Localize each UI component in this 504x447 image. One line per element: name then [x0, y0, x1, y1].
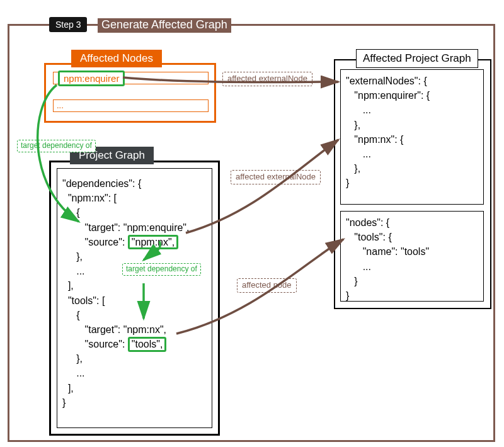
external-nodes-code: "externalNodes": { "npm:enquirer": { ...…: [340, 69, 484, 205]
highlight-tools: "tools",: [128, 337, 167, 352]
step-badge: Step 3: [49, 17, 87, 32]
affected-nodes-row: ...: [53, 99, 209, 112]
project-graph-panel: Project Graph "dependencies": { "npm:nx"…: [49, 161, 220, 436]
nodes-code: "nodes": { "tools": { "name": "tools" ..…: [340, 211, 484, 302]
affected-nodes-panel: Affected Nodes npm:enquirer ...: [44, 63, 216, 123]
affected-nodes-header: Affected Nodes: [71, 50, 162, 67]
highlight-npm-nx: "npm:nx",: [128, 235, 178, 250]
label-target-dependency: target dependency of: [17, 140, 96, 152]
project-graph-code: "dependencies": { "npm:nx": [ { "target"…: [57, 168, 212, 428]
label-target-dependency: target dependency of: [122, 263, 201, 276]
label-affected-external-node: affected externalNode: [231, 170, 321, 184]
node-chip-enquirer: npm:enquirer: [58, 71, 125, 86]
affected-nodes-row: npm:enquirer: [53, 72, 209, 84]
page-title: Generate Affected Graph: [98, 18, 231, 33]
label-affected-node: affected node: [237, 278, 297, 293]
affected-project-graph-header: Affected Project Graph: [356, 49, 478, 68]
label-affected-external-node: affected externalNode: [222, 72, 312, 86]
